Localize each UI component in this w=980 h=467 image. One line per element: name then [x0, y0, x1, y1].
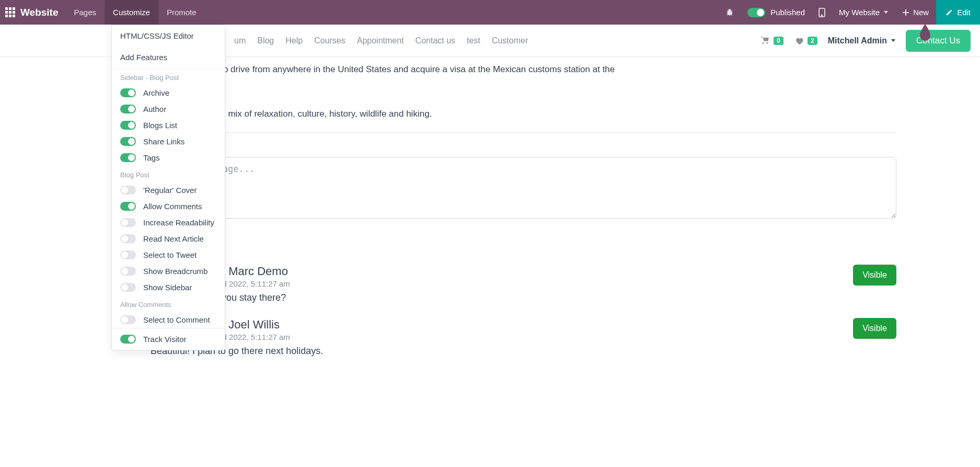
contact-us-button[interactable]: Contact Us [906, 30, 971, 52]
edit-button[interactable]: Edit [936, 0, 980, 25]
cart-indicator[interactable]: 0 [760, 36, 783, 45]
dd-section-sidebar: Sidebar - Blog Post [112, 69, 225, 85]
toggle-switch-icon [120, 234, 136, 243]
menu-customize[interactable]: Customize [105, 0, 158, 25]
toggle-switch-icon [120, 153, 136, 162]
comment-meta: Published on April 3rd 2022, 5:11:27 am [151, 333, 843, 341]
pencil-icon [946, 9, 953, 16]
caret-down-icon [891, 39, 895, 42]
customize-dropdown: HTML/CSS/JS Editor Add Features Sidebar … [111, 25, 225, 350]
theme-drop-icon[interactable] [918, 24, 932, 42]
toggle-switch-icon [120, 283, 136, 292]
toggle-switch-icon [120, 137, 136, 146]
app-topbar: Website Pages Customize Promote Publishe… [0, 0, 980, 25]
message-input[interactable] [151, 157, 896, 219]
website-switcher[interactable]: My Website [832, 0, 895, 25]
menu-pages[interactable]: Pages [66, 0, 105, 25]
toggle-label: Select to Comment [143, 315, 210, 324]
brand-label: Website [20, 7, 59, 18]
nav-item-courses[interactable]: Courses [314, 36, 345, 45]
website-switcher-label: My Website [839, 8, 880, 17]
toggle-label: Allow Comments [143, 202, 202, 211]
dd-section-post: Blog Post [112, 166, 225, 182]
wishlist-count: 2 [808, 37, 817, 45]
toggle-share-links[interactable]: Share Links [112, 133, 225, 150]
toggle-switch-icon [120, 218, 136, 227]
dd-html-editor[interactable]: HTML/CSS/JS Editor [112, 25, 225, 47]
comment-meta: Published on April 3rd 2022, 5:11:27 am [151, 279, 843, 288]
menu-promote[interactable]: Promote [158, 0, 205, 25]
toggle-allow-comments[interactable]: Allow Comments [112, 198, 225, 214]
dd-add-features[interactable]: Add Features [112, 47, 225, 68]
toggle-blogs-list[interactable]: Blogs List [112, 117, 225, 133]
toggle-switch-icon [120, 335, 136, 344]
nav-item-blog[interactable]: Blog [257, 36, 274, 45]
divider [115, 132, 896, 133]
user-menu[interactable]: Mitchell Admin [828, 36, 895, 45]
caret-down-icon [884, 11, 888, 14]
apps-launcher[interactable]: Website [0, 0, 66, 25]
apps-icon [5, 7, 15, 17]
site-nav: um Blog Help Courses Appointment Contact… [234, 36, 528, 45]
toggle-read-next[interactable]: Read Next Article [112, 231, 225, 247]
comment-author: YourCompany, Marc Demo [151, 265, 843, 278]
toggle-switch-icon [120, 88, 136, 97]
toggle-author[interactable]: Author [112, 101, 225, 117]
toggle-switch-icon [120, 105, 136, 113]
toggle-label: Show Breadcrumb [143, 267, 207, 276]
toggle-label: Track Visitor [143, 335, 187, 344]
toggle-regular-cover[interactable]: 'Regular' Cover [112, 182, 225, 198]
nav-item-customer[interactable]: Customer [492, 36, 528, 45]
comment-composer: Send [115, 157, 896, 250]
toggle-increase-readability[interactable]: Increase Readability [112, 214, 225, 231]
published-toggle[interactable]: Published [740, 0, 812, 25]
mobile-preview-icon[interactable] [812, 0, 832, 25]
toggle-label: Blogs List [143, 121, 177, 130]
toggle-tags[interactable]: Tags [112, 150, 225, 166]
published-label: Published [770, 8, 805, 17]
plus-icon [903, 9, 909, 16]
toggle-switch-icon [120, 315, 136, 324]
new-button[interactable]: New [895, 0, 936, 25]
toggle-label: Author [143, 105, 166, 113]
toggle-label: Read Next Article [143, 234, 204, 243]
toggle-switch-icon [120, 186, 136, 195]
toggle-label: Show Sidebar [143, 283, 192, 292]
toggle-label: Share Links [143, 137, 185, 146]
cart-icon [760, 36, 770, 45]
toggle-switch-icon [747, 8, 765, 17]
toggle-show-breadcrumb[interactable]: Show Breadcrumb [112, 263, 225, 279]
toggle-switch-icon [120, 121, 136, 130]
toggle-archive[interactable]: Archive [112, 85, 225, 101]
heart-icon [794, 36, 804, 45]
nav-item-test[interactable]: test [467, 36, 480, 45]
cart-count: 0 [774, 37, 783, 45]
toggle-label: 'Regular' Cover [143, 186, 197, 195]
wishlist-indicator[interactable]: 2 [794, 36, 817, 45]
svg-point-1 [822, 15, 823, 16]
comment-text: Beautiful! I plan to go there next holid… [151, 346, 843, 357]
toggle-label: Archive [143, 88, 169, 97]
nav-item-help[interactable]: Help [285, 36, 303, 45]
visibility-button[interactable]: Visible [853, 318, 896, 339]
toggle-switch-icon [120, 202, 136, 211]
nav-item-appointment[interactable]: Appointment [357, 36, 404, 45]
comment-item: YourCompany, Marc Demo Published on Apri… [115, 265, 896, 303]
bug-icon[interactable] [719, 0, 740, 25]
user-name: Mitchell Admin [828, 36, 887, 45]
nav-item-contact[interactable]: Contact us [416, 36, 455, 45]
edit-label: Edit [957, 8, 971, 17]
toggle-select-tweet[interactable]: Select to Tweet [112, 247, 225, 263]
toggle-select-comment[interactable]: Select to Comment [112, 312, 225, 328]
toggle-track-visitor[interactable]: Track Visitor [112, 328, 225, 350]
dd-section-allow-comments: Allow Comments [112, 295, 225, 312]
toggle-show-sidebar[interactable]: Show Sidebar [112, 279, 225, 295]
visibility-button[interactable]: Visible [853, 265, 896, 286]
toggle-label: Increase Readability [143, 218, 214, 227]
comment-author: YourCompany, Joel Willis [151, 318, 843, 332]
article-paragraph: 180 days. Travelers can also drive from … [115, 62, 896, 76]
toggle-switch-icon [120, 267, 136, 276]
toggle-switch-icon [120, 250, 136, 259]
comment-text: Hi! How long did you stay there? [151, 292, 843, 303]
nav-item-fragment[interactable]: um [234, 36, 246, 45]
